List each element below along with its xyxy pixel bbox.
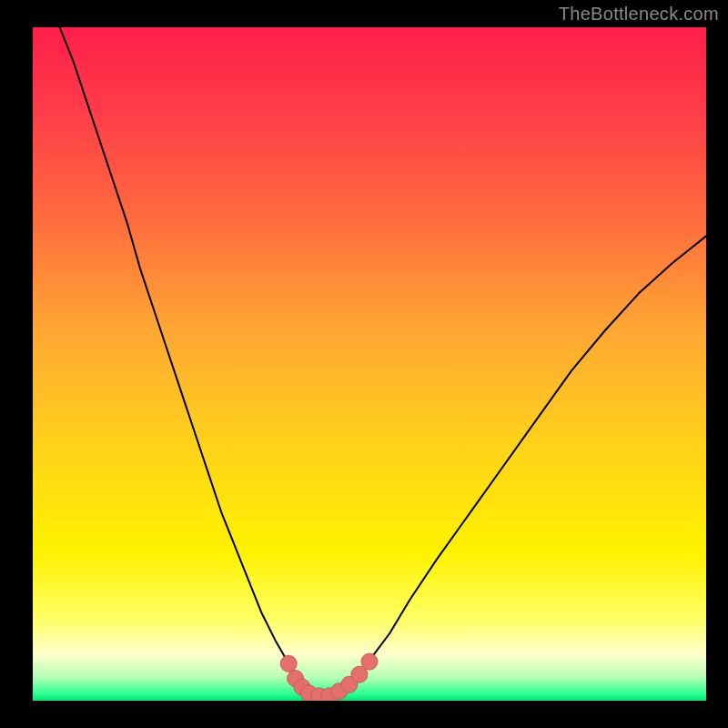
app-frame: TheBottleneck.com — [0, 0, 728, 728]
valley-marker — [361, 653, 378, 670]
chart-container — [33, 27, 706, 701]
bottleneck-chart — [33, 27, 706, 701]
watermark-text: TheBottleneck.com — [559, 4, 719, 25]
gradient-background — [33, 27, 706, 701]
valley-marker — [280, 655, 297, 672]
